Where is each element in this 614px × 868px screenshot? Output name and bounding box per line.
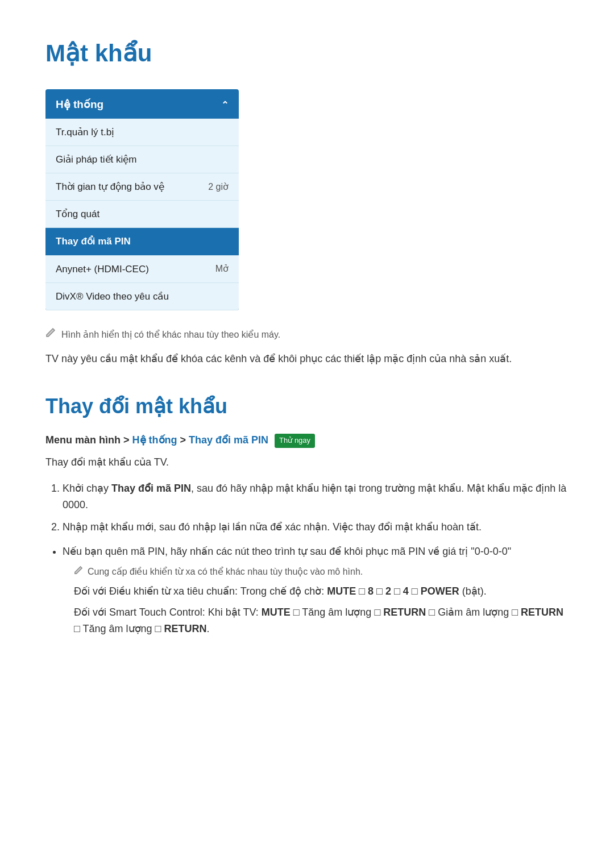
rs-mute: MUTE — [327, 585, 356, 597]
menu-item-anynet-value: Mở — [215, 261, 229, 276]
menu-item-label: Anynet+ (HDMI-CEC) — [56, 261, 149, 277]
menu-item-time-value: 2 giờ — [208, 180, 229, 194]
bullet-item: Nếu bạn quên mã PIN, hãy nhấn các nút th… — [63, 543, 569, 637]
inner-note-text: Cung cấp điều khiển từ xa có thể khác nh… — [88, 564, 363, 579]
section2-title: Thay đổi mật khẩu — [45, 390, 569, 423]
page-title: Mật khẩu — [45, 34, 569, 72]
breadcrumb: Menu màn hình > Hệ thống > Thay đổi mã P… — [45, 432, 569, 448]
menu-item-tong-quat[interactable]: Tổng quát — [45, 201, 239, 228]
pencil-icon — [45, 327, 56, 338]
breadcrumb-sep1: > — [123, 434, 132, 446]
menu-box: Hệ thống ⌃ Tr.quản lý t.bị Giải pháp tiế… — [45, 89, 239, 310]
remote-standard-block: Đối với Điều khiển từ xa tiêu chuẩn: Tro… — [74, 583, 569, 637]
menu-item-label: Thay đổi mã PIN — [56, 234, 131, 249]
rs-2: 2 — [385, 585, 391, 597]
step1-bold: Thay đổi mã PIN — [111, 483, 191, 494]
steps-list: Khởi chạy Thay đổi mã PIN, sau đó hãy nh… — [45, 480, 569, 535]
st-return2: RETURN — [521, 607, 563, 618]
remote-standard-text: Đối với Điều khiển từ xa tiêu chuẩn: Tro… — [74, 583, 569, 600]
st-return1: RETURN — [383, 607, 426, 618]
step-2: Nhập mật khẩu mới, sau đó nhập lại lần n… — [63, 519, 569, 535]
menu-item-thay-doi-pin[interactable]: Thay đổi mã PIN — [45, 228, 239, 255]
st-mute: MUTE — [262, 607, 291, 618]
menu-item-giai-phap[interactable]: Giải pháp tiết kiệm — [45, 146, 239, 173]
menu-item-label: Giải pháp tiết kiệm — [56, 152, 136, 167]
body-text: TV này yêu cầu mật khẩu để khóa các kênh… — [45, 351, 569, 367]
bullet-list: Nếu bạn quên mã PIN, hãy nhấn các nút th… — [45, 543, 569, 637]
rs-4: 4 — [403, 585, 409, 597]
chevron-up-icon: ⌃ — [221, 98, 229, 113]
sub-text: Thay đổi mật khẩu của TV. — [45, 454, 569, 471]
menu-item-label: Tổng quát — [56, 206, 99, 222]
note1-text: Hình ảnh hiển thị có thể khác nhau tùy t… — [61, 327, 280, 342]
st-return3: RETURN — [164, 623, 206, 634]
menu-item-label: Thời gian tự động bảo vệ — [56, 179, 164, 194]
menu-item-thoi-gian[interactable]: Thời gian tự động bảo vệ 2 giờ — [45, 173, 239, 201]
menu-header-label: Hệ thống — [56, 96, 103, 113]
breadcrumb-link-thay-doi[interactable]: Thay đổi mã PIN — [189, 434, 268, 446]
bullet-text: Nếu bạn quên mã PIN, hãy nhấn các nút th… — [63, 546, 511, 557]
menu-header: Hệ thống ⌃ — [45, 89, 239, 118]
breadcrumb-sep2: > — [180, 434, 189, 446]
menu-item-divx[interactable]: DivX® Video theo yêu cầu — [45, 283, 239, 310]
note-line-1: Hình ảnh hiển thị có thể khác nhau tùy t… — [45, 327, 569, 342]
menu-item-tr-quan-ly[interactable]: Tr.quản lý t.bị — [45, 119, 239, 146]
smart-touch-text: Đối với Smart Touch Control: Khi bật TV:… — [74, 604, 569, 637]
pencil-icon-inner — [74, 564, 83, 579]
menu-item-anynet[interactable]: Anynet+ (HDMI-CEC) Mở — [45, 256, 239, 283]
breadcrumb-prefix: Menu màn hình — [45, 434, 121, 446]
step-1: Khởi chạy Thay đổi mã PIN, sau đó hãy nh… — [63, 480, 569, 513]
badge-thu-ngay: Thử ngay — [275, 434, 315, 448]
rs-power: POWER — [421, 585, 459, 597]
breadcrumb-link-he-thong[interactable]: Hệ thống — [132, 434, 177, 446]
menu-item-label: DivX® Video theo yêu cầu — [56, 289, 169, 304]
menu-item-label: Tr.quản lý t.bị — [56, 124, 114, 140]
inner-note: Cung cấp điều khiển từ xa có thể khác nh… — [74, 564, 569, 579]
menu-items-list: Tr.quản lý t.bị Giải pháp tiết kiệm Thời… — [45, 119, 239, 310]
rs-8: 8 — [368, 585, 374, 597]
